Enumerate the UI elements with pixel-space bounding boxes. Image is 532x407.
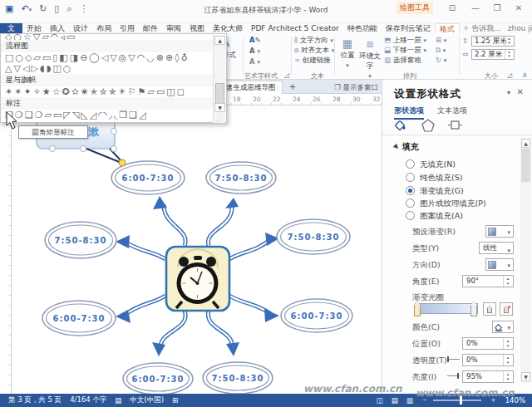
shapes-scrollbar[interactable]: ▲ ▼ ⋰: [213, 35, 225, 123]
user-account[interactable]: zhou jian...: [505, 23, 532, 34]
callout-shape[interactable]: 健身洗漱: [34, 116, 126, 166]
node-bottom-right[interactable]: 7:50-8:30: [203, 362, 273, 394]
read-mode-icon[interactable]: ◫: [377, 396, 383, 405]
wrap-text-button[interactable]: ⧈环绕文字▾: [359, 36, 381, 72]
brightness-input[interactable]: 95%▴▾: [462, 370, 514, 383]
text-direction-button[interactable]: ⫼ 文字方向 ▾: [294, 36, 333, 46]
shape-height-input[interactable]: 1.25 厘米▴▾: [471, 36, 515, 47]
preset-gradient-dropdown[interactable]: ▾: [485, 225, 514, 238]
zoom-slider[interactable]: [433, 400, 481, 401]
flowchart-shapes-row-1[interactable]: □○◇▱▭▯◧◨⊖◯◁▽◎▽◠◡⊗⊕◊♁: [1, 52, 226, 63]
flowchart-shapes-row-2[interactable]: △▽◁▷◖◗◫○: [1, 63, 226, 74]
angle-spinner[interactable]: ▴▾: [503, 276, 512, 287]
close-icon[interactable]: ✕: [510, 2, 527, 15]
bring-forward-button[interactable]: ⬒ 上移一层 ▾: [384, 36, 426, 46]
tab-save-to-cloud[interactable]: 保存到云笔记: [382, 23, 435, 34]
text-outline-button[interactable]: A ▾: [249, 47, 260, 55]
text-fill-button[interactable]: A✎: [249, 36, 261, 44]
stop-position-input[interactable]: 0%▴▾: [462, 337, 514, 350]
shape-width-input[interactable]: 2.2 厘米▴▾: [471, 49, 515, 60]
insert-mode-icon[interactable]: ⊞: [172, 396, 178, 405]
wordart-launcher-icon[interactable]: ◿: [284, 71, 289, 79]
pane-scrollbar[interactable]: ▲ ▼: [520, 138, 531, 383]
redo-icon[interactable]: ↻: [39, 3, 47, 14]
add-gradient-stop-button[interactable]: [483, 302, 496, 316]
tell-me-box[interactable]: ✧ 告诉我...: [460, 23, 505, 34]
stars-banners-shapes-row[interactable]: ✶✴✦✧★☆✪✫✬✭✮✯☀⚐⚑▱▭◫◻: [1, 86, 226, 97]
fill-section-header[interactable]: 填充: [394, 141, 419, 153]
save-icon[interactable]: ▣: [5, 3, 13, 14]
gradient-stop-selected[interactable]: [414, 302, 421, 316]
multi-window-button[interactable]: ❐ 显示多窗口: [334, 81, 378, 94]
radio-gradient-fill[interactable]: [406, 186, 415, 195]
node-lower-right[interactable]: 6:00-7:30: [281, 299, 352, 332]
effects-pentagon-icon[interactable]: [421, 119, 435, 132]
fill-bucket-icon[interactable]: [394, 118, 408, 132]
gradient-type-dropdown[interactable]: 线性▾: [479, 242, 514, 254]
pane-close-icon[interactable]: ✕: [517, 87, 524, 96]
node-bottom-left[interactable]: 6:00-7:30: [123, 363, 193, 394]
minimize-icon[interactable]: —: [467, 2, 484, 15]
group-objects-button[interactable]: ⧉ ▾: [436, 46, 446, 55]
collapse-ribbon-icon[interactable]: ∧: [522, 71, 528, 79]
position-spinner[interactable]: ▴▾: [503, 338, 512, 349]
new-document-icon[interactable]: ▯: [54, 3, 59, 14]
gradient-stop[interactable]: [470, 302, 477, 316]
remove-gradient-stop-button[interactable]: ✕: [500, 302, 513, 316]
pane-scroll-up-icon[interactable]: ▲: [521, 139, 530, 148]
word-count[interactable]: 4/164 个字: [70, 395, 106, 405]
vertical-ruler[interactable]: [0, 105, 12, 394]
angle-input[interactable]: 90°▴▾: [462, 275, 514, 287]
send-backward-button[interactable]: ⬓ 下移一层 ▾: [384, 46, 426, 56]
ribbon-options-icon[interactable]: ⊡: [444, 2, 461, 15]
align-objects-button[interactable]: ⊞ ▾: [436, 36, 446, 44]
undo-icon[interactable]: ↶▾: [21, 3, 32, 14]
resize-grip-icon[interactable]: ⋰: [216, 116, 221, 122]
tab-pdf-architect[interactable]: PDF Architect 5 Creator: [247, 23, 343, 34]
node-mid-left[interactable]: 7:50-8:30: [45, 222, 116, 258]
tab-text-options[interactable]: 文本选项: [437, 105, 467, 116]
stop-color-dropdown[interactable]: ▾: [492, 321, 514, 333]
gradient-stops-bar[interactable]: [415, 303, 478, 314]
radio-pattern-fill[interactable]: [406, 211, 415, 220]
shapes-row-clipped[interactable]: ◇○☆▽▱◠◃▭: [1, 34, 226, 40]
node-top-right[interactable]: 7:50-8:30: [206, 162, 276, 194]
height-spinner[interactable]: ▴▾: [505, 37, 513, 46]
print-layout-icon[interactable]: ▤: [392, 396, 398, 405]
text-effects-button[interactable]: A ▾: [249, 57, 260, 66]
node-mid-right[interactable]: 7:50-8:30: [277, 219, 350, 254]
pane-scroll-down-icon[interactable]: ▼: [521, 372, 530, 381]
language-indicator[interactable]: 中文(中国): [130, 395, 164, 405]
rotate-objects-button[interactable]: ↻ ▾: [436, 56, 446, 64]
pane-scroll-thumb[interactable]: [521, 149, 530, 182]
print-preview-icon[interactable]: ⌕: [66, 3, 71, 14]
size-launcher-icon[interactable]: ◿: [507, 71, 512, 79]
transparency-slider[interactable]: [447, 356, 460, 363]
tab-format[interactable]: 格式: [435, 23, 460, 34]
radio-picture-fill[interactable]: [406, 199, 415, 208]
transparency-spinner[interactable]: ▴▾: [503, 355, 512, 365]
align-text-button[interactable]: ⧈ 对齐文本 ▾: [294, 46, 334, 56]
document-tab[interactable]: 速生成思维导图: [219, 81, 283, 94]
proofing-icon[interactable]: ▤: [115, 396, 121, 405]
width-spinner[interactable]: ▴▾: [505, 50, 513, 59]
brightness-slider[interactable]: [447, 372, 460, 380]
radio-no-fill[interactable]: [406, 159, 415, 169]
create-link-button[interactable]: ∞ 创建链接: [294, 56, 331, 66]
tab-special-features[interactable]: 特色功能: [343, 23, 382, 34]
new-document-tab-button[interactable]: +: [286, 81, 299, 94]
brightness-spinner[interactable]: ▴▾: [503, 371, 512, 382]
restore-icon[interactable]: ❐: [489, 2, 505, 15]
scroll-up-icon[interactable]: ▲: [214, 36, 225, 45]
radio-solid-fill[interactable]: [406, 173, 415, 182]
web-layout-icon[interactable]: ▥: [406, 396, 413, 405]
alarm-clock-image[interactable]: [166, 247, 229, 311]
gradient-direction-dropdown[interactable]: ▾: [485, 258, 514, 271]
adjust-handle[interactable]: [119, 159, 126, 166]
transparency-input[interactable]: 0%▴▾: [462, 354, 514, 366]
position-button[interactable]: ▦位置▾: [337, 36, 358, 72]
scroll-down-icon[interactable]: ▼: [214, 103, 225, 112]
selection-pane-button[interactable]: ▥ 选择窗格: [384, 56, 421, 66]
page-indicator[interactable]: 第 3 页，共 5 页: [8, 395, 62, 405]
node-lower-left[interactable]: 6:00-7:30: [42, 301, 116, 336]
